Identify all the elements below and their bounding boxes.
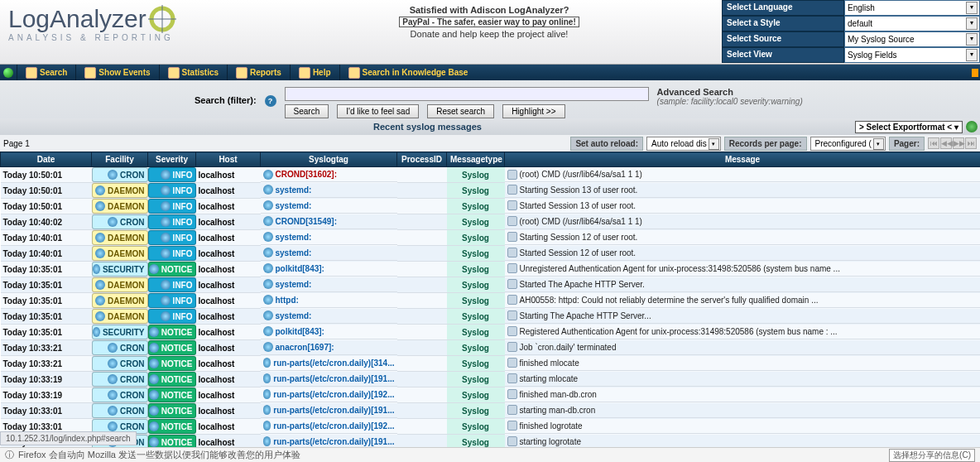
table-row[interactable]: Today 10:35:01DAEMONINFOlocalhostsystemd… [1, 277, 981, 293]
col-message[interactable]: Message [505, 152, 981, 167]
col-messagetype[interactable]: Messagetype [447, 152, 505, 167]
nav-reports[interactable]: Reports [227, 65, 290, 80]
logo: LogAnalyzer ANALYSIS & REPORTING [0, 0, 257, 64]
table-row[interactable]: Today 10:40:01DAEMONINFOlocalhostsystemd… [1, 230, 981, 246]
cell-messagetype: Syslog [447, 403, 505, 419]
autoreload-select[interactable]: Auto reload dis [646, 137, 721, 151]
cell-message: Registered Authentication Agent for unix… [505, 325, 981, 339]
table-row[interactable]: Today 10:33:19CRONNOTICElocalhostrun-par… [1, 387, 981, 403]
nav-search[interactable]: Search [17, 65, 75, 80]
cell-host: localhost [196, 230, 261, 246]
col-date[interactable]: Date [1, 152, 92, 167]
cell-message: Starting The Apache HTTP Server... [505, 309, 981, 324]
msg-icon [507, 326, 517, 336]
cell-message: Started Session 12 of user root. [505, 246, 981, 261]
cell-messagetype: Syslog [447, 214, 505, 230]
search-button[interactable]: Search [285, 104, 329, 118]
cell-syslogtag: anacron[1697]: [261, 340, 397, 355]
cell-host: localhost [196, 246, 261, 262]
globe-icon [149, 343, 159, 353]
pager-prev-icon[interactable]: ◀◀ [940, 137, 952, 149]
nav-show-events[interactable]: Show Events [75, 65, 158, 80]
globe-icon [93, 264, 100, 274]
pager-last-icon[interactable]: ⏭ [965, 137, 977, 149]
cell-processid [397, 183, 447, 199]
table-row[interactable]: Today 10:50:01DAEMONINFOlocalhostsystemd… [1, 183, 981, 199]
nav-end-icon [972, 69, 978, 77]
cell-date: Today 10:35:01 [1, 309, 92, 325]
cell-syslogtag: run-parts(/etc/cron.daily)[192... [261, 419, 397, 434]
globe-icon [93, 327, 100, 337]
setting-select[interactable]: default [844, 16, 980, 31]
help-icon[interactable]: ? [265, 95, 276, 107]
col-host[interactable]: Host [196, 152, 261, 167]
paypal-button[interactable]: PayPal - The safer, easier way to pay on… [399, 17, 579, 27]
cell-severity: INFO [148, 214, 196, 230]
col-processid[interactable]: ProcessID [397, 152, 447, 167]
cell-date: Today 10:50:01 [1, 183, 92, 199]
search-input[interactable] [285, 87, 649, 101]
globe-icon [149, 390, 159, 400]
search-sample: (sample: facility:local0 severity:warnin… [657, 97, 803, 106]
cell-processid [397, 167, 447, 183]
table-row[interactable]: Today 10:33:19CRONNOTICElocalhostrun-par… [1, 372, 981, 387]
cell-syslogtag: systemd: [261, 277, 397, 292]
table-row[interactable]: Today 10:33:01CRONNOTICElocalhostrun-par… [1, 419, 981, 435]
export-format-select[interactable]: > Select Exportformat < ▾ [855, 121, 963, 133]
col-syslogtag[interactable]: Syslogtag [261, 152, 397, 167]
cell-message: (root) CMD (/usr/lib64/sa/sa1 1 1) [505, 214, 981, 229]
table-row[interactable]: Today 10:35:01SECURITYNOTICElocalhostpol… [1, 325, 981, 340]
pager-first-icon[interactable]: ⏮ [928, 137, 939, 149]
cell-processid [397, 372, 447, 387]
nav-statistics[interactable]: Statistics [159, 65, 227, 80]
nav-help[interactable]: Help [290, 65, 339, 80]
msg-icon [507, 389, 517, 399]
pager-next-icon[interactable]: ▶▶ [953, 137, 964, 149]
msg-icon [507, 421, 517, 431]
col-facility[interactable]: Facility [92, 152, 148, 167]
msg-icon [507, 310, 517, 320]
setting-select[interactable]: Syslog Fields [844, 47, 980, 63]
cell-date: Today 10:33:01 [1, 403, 92, 419]
table-row[interactable]: Today 10:33:01CRONNOTICElocalhostrun-par… [1, 403, 981, 419]
setting-select[interactable]: English [844, 0, 980, 16]
cell-severity: INFO [148, 293, 196, 309]
donate-text: Donate and help keep the project alive! [257, 29, 722, 39]
cell-date: Today 10:33:19 [1, 387, 92, 403]
globe-icon [95, 280, 105, 290]
table-row[interactable]: Today 10:40:02CRONINFOlocalhostCROND[315… [1, 214, 981, 230]
table-row[interactable]: Today 10:50:01DAEMONINFOlocalhostsystemd… [1, 199, 981, 214]
cell-date: Today 10:50:01 [1, 199, 92, 214]
cell-processid [397, 262, 447, 277]
advanced-search-link[interactable]: Advanced Search [657, 87, 803, 97]
cell-syslogtag: httpd: [261, 293, 397, 308]
cell-processid [397, 293, 447, 309]
msg-icon [507, 170, 517, 180]
feel-sad-button[interactable]: I'd like to feel sad [337, 104, 419, 118]
share-info-button[interactable]: 选择想分享的信息(C) [889, 449, 975, 462]
globe-icon [263, 342, 273, 352]
cell-severity: INFO [148, 277, 196, 293]
col-severity[interactable]: Severity [148, 152, 196, 167]
table-row[interactable]: Today 10:50:01CRONINFOlocalhostCROND[316… [1, 167, 981, 183]
cell-severity: INFO [148, 309, 196, 325]
table-row[interactable]: Today 10:35:01SECURITYNOTICElocalhostpol… [1, 262, 981, 277]
cell-facility: CRON [92, 214, 148, 230]
table-row[interactable]: Today 10:33:21CRONNOTICElocalhostrun-par… [1, 356, 981, 372]
records-per-page-select[interactable]: Preconfigured ( [810, 137, 886, 151]
table-row[interactable]: Today 10:40:01DAEMONINFOlocalhostsystemd… [1, 246, 981, 262]
table-row[interactable]: Today 10:35:01DAEMONINFOlocalhostsystemd… [1, 309, 981, 325]
highlight-button[interactable]: Highlight >> [502, 104, 564, 118]
cell-severity: INFO [148, 246, 196, 262]
setting-select[interactable]: My Syslog Source [844, 31, 980, 47]
cell-message: finished logrotate [505, 419, 981, 434]
table-row[interactable]: Today 10:35:01DAEMONINFOlocalhosthttpd:S… [1, 293, 981, 309]
nav-icon [299, 67, 310, 79]
refresh-icon[interactable] [966, 121, 978, 132]
table-row[interactable]: Today 10:33:21CRONNOTICElocalhostanacron… [1, 340, 981, 356]
globe-icon [263, 263, 273, 273]
nav-search-in-knowledge-base[interactable]: Search in Knowledge Base [339, 65, 477, 80]
firefox-message: Firefox 会自动向 Mozilla 发送一些数据以便我们能够改善您的用户体… [18, 449, 300, 461]
globe-icon [263, 405, 271, 415]
reset-search-button[interactable]: Reset search [427, 104, 494, 118]
